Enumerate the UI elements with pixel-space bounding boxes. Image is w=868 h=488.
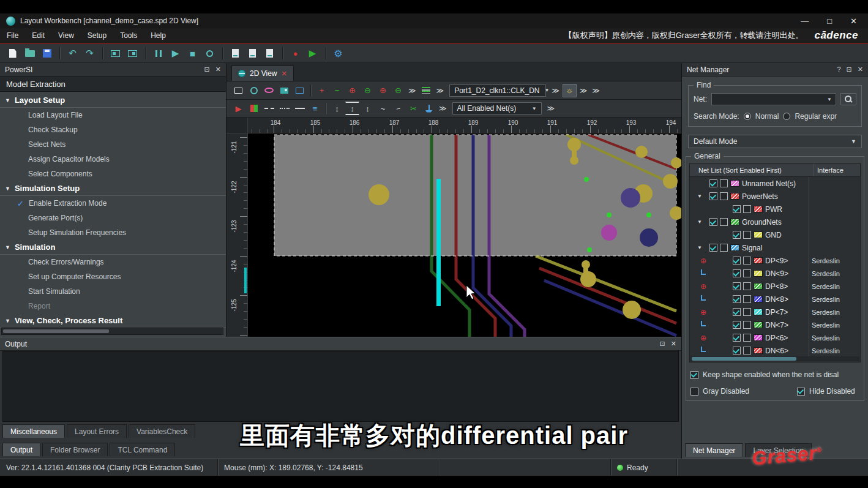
close-panel-icon[interactable]: ✕ [215,66,221,73]
import-model-button[interactable] [245,46,260,61]
search-button[interactable] [840,93,856,105]
vertical-extent-tool[interactable]: ↕ [345,102,359,115]
undo-button[interactable]: ↶ [65,46,80,61]
height-measure-tool[interactable]: ↕ [361,102,375,115]
gray-disabled-checkbox[interactable] [690,388,698,396]
menu-setup[interactable]: Setup [81,28,113,43]
float-panel-icon[interactable]: ⊡ [660,340,665,348]
float-panel-icon[interactable]: ⊡ [204,66,210,73]
menu-tools[interactable]: Tools [113,28,144,43]
grow-shape-tool[interactable]: ⊕ [345,84,359,97]
tree-section-view-check-process-result[interactable]: ▼View, Check, Process Result [0,313,226,328]
minimize-button[interactable]: — [801,17,809,26]
net-color-swatch[interactable] [730,180,739,187]
net-select-checkbox[interactable] [743,334,751,342]
net-select-checkbox[interactable] [743,321,751,329]
scrollbar-thumb[interactable] [3,329,109,333]
net-enable-checkbox[interactable] [733,269,741,277]
close-panel-icon[interactable]: ✕ [858,66,863,73]
remove-pad-tool[interactable]: ⊖ [391,84,405,97]
tree-item-select-components[interactable]: Select Components [0,167,226,181]
help-icon[interactable]: ? [837,66,840,73]
maximize-button[interactable]: □ [827,17,832,26]
port-gen-tool[interactable] [247,102,261,115]
net-row-dp6[interactable]: ⊕DP<6>Serdeslin [690,331,860,344]
more-tools-chevron[interactable]: ≫ [437,104,449,113]
tree-item-select-nets[interactable]: Select Nets [0,137,226,152]
curve-tool[interactable]: ~ [389,100,407,118]
stackup-button[interactable] [125,46,140,61]
net-row-powernets[interactable]: ▼PowerNets [690,190,860,203]
play-button[interactable]: ▶ [168,46,183,61]
net-enable-checkbox[interactable] [733,231,741,239]
enabled-nets-dropdown[interactable]: All Enabled Net(s) ▼ [452,102,542,114]
tree-item-check-errors-warnings[interactable]: Check Errors/Warnings [0,255,226,269]
export-model-button[interactable] [228,46,243,61]
net-color-swatch[interactable] [754,334,763,341]
net-list-hscrollbar[interactable] [690,356,859,361]
new-file-button[interactable] [5,46,20,61]
tree-item-load-layout-file[interactable]: Load Layout File [0,108,226,122]
tree-item-enable-extraction-mode[interactable]: ✓Enable Extraction Mode [0,196,226,211]
net-enable-checkbox[interactable] [733,321,741,329]
net-color-swatch[interactable] [754,231,763,238]
net-color-swatch[interactable] [754,296,763,302]
net-select-checkbox[interactable] [743,282,751,290]
net-select-checkbox[interactable] [743,308,751,316]
menu-edit[interactable]: Edit [25,28,51,43]
net-select-checkbox[interactable] [720,218,728,226]
pause-button[interactable] [151,46,166,61]
scrollbar-thumb[interactable] [692,357,796,361]
close-button[interactable]: ✕ [850,17,857,26]
tab-2d-view[interactable]: 2D View ✕ [231,66,294,81]
net-row-dn6[interactable]: DN<6>Serdeslin [690,344,860,357]
net-list-header[interactable]: Net List (Sort Enabled First) Interface [690,163,860,177]
tree-item-start-simulation[interactable]: Start Simulation [0,284,226,299]
net-row-dn8[interactable]: DN<8>Serdeslin [690,293,860,306]
hide-disabled-checkbox[interactable] [797,388,805,396]
net-enable-checkbox[interactable] [709,244,717,252]
net-select-checkbox[interactable] [743,269,751,277]
mode-dropdown[interactable]: Default Mode ▼ [688,135,862,148]
net-enable-checkbox[interactable] [733,295,741,303]
measure-dotted-tool[interactable] [277,102,291,115]
expander-icon[interactable]: ▼ [697,219,707,225]
net-select-checkbox[interactable] [743,205,751,213]
menu-help[interactable]: Help [144,28,173,43]
more-tools-chevron[interactable]: ≫ [545,104,557,113]
more-tools-chevron[interactable]: ≫ [590,86,602,95]
net-color-swatch[interactable] [754,206,763,212]
subtract-tool[interactable]: − [330,84,344,97]
net-color-swatch[interactable] [754,270,763,277]
net-row-dp8[interactable]: ⊕DP<8>Serdeslin [690,280,860,293]
shrink-shape-tool[interactable]: ⊖ [361,84,375,97]
select-rect-tool[interactable] [231,84,245,97]
tree-item-check-stackup[interactable]: Check Stackup [0,122,226,137]
layer-list-tool[interactable]: ≡ [308,102,322,115]
net-color-swatch[interactable] [730,193,739,200]
layer-stack-tool[interactable] [419,84,433,97]
menu-view[interactable]: View [51,28,81,43]
blue-rect-tool[interactable] [293,84,307,97]
net-select-checkbox[interactable] [720,244,728,252]
more-tools-chevron[interactable]: ≫ [435,86,446,95]
save-button[interactable] [39,46,54,61]
net-enable-checkbox[interactable] [709,192,717,200]
net-enable-checkbox[interactable] [733,282,741,290]
ellipse-tool[interactable] [262,84,276,97]
cut-tool[interactable]: ✂ [406,102,421,115]
measure-dashed-tool[interactable] [262,102,276,115]
report-button[interactable] [262,46,277,61]
net-row-groundnets[interactable]: ▼GroundNets [690,216,860,228]
net-row-dp7[interactable]: ⊕DP<7>Serdeslin [690,306,860,318]
net-select-checkbox[interactable] [743,257,751,265]
keep-shape-checkbox[interactable] [690,371,698,379]
more-tools-chevron[interactable]: ≫ [578,86,589,95]
net-row-dn9[interactable]: DN<9>Serdeslin [690,267,860,280]
image-tool[interactable] [277,84,291,97]
workflow-button[interactable] [108,46,123,61]
net-row-gnd[interactable]: GND [690,228,860,241]
net-row-signal[interactable]: ▼Signal [690,241,860,254]
net-select-checkbox[interactable] [743,295,751,303]
lasso-tool[interactable] [247,84,261,97]
